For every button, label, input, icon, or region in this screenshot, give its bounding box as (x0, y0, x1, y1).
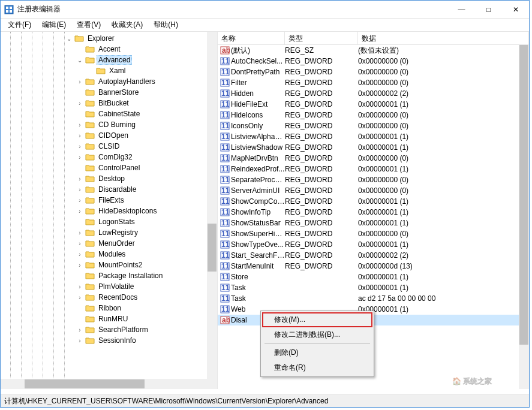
tree-item[interactable]: ›CD Burning (1, 119, 217, 130)
tree-item[interactable]: ›LowRegistry (1, 227, 217, 238)
menu-help[interactable]: 帮助(H) (149, 19, 183, 31)
tree-item[interactable]: ›BitBucket (1, 98, 217, 108)
registry-value-row[interactable]: 110ServerAdminUIREG_DWORD0x00000000 (0) (218, 185, 529, 196)
tree-toggle-icon[interactable]: ⌄ (65, 35, 73, 42)
tree-vertical-scrollbar[interactable] (207, 32, 217, 389)
close-button[interactable]: ✕ (502, 1, 529, 18)
registry-value-row[interactable]: 110Task0x00000001 (1) (218, 282, 529, 293)
tree-toggle-icon[interactable]: ⌄ (76, 57, 83, 64)
tree-item[interactable]: ›FileExts (1, 195, 217, 206)
registry-value-row[interactable]: 110ReindexedProf...REG_DWORD0x00000001 (… (218, 164, 529, 174)
tree-toggle-icon[interactable]: › (76, 262, 83, 269)
registry-value-row[interactable]: 110ShowStatusBarREG_DWORD0x00000001 (1) (218, 218, 529, 228)
tree-item[interactable]: Accent (1, 44, 217, 55)
tree-toggle-icon[interactable]: › (76, 100, 83, 107)
tree-toggle-icon[interactable]: › (76, 240, 83, 247)
context-rename[interactable]: 重命名(R) (262, 360, 372, 375)
tree-item[interactable]: BannerStore (1, 87, 217, 98)
maximize-button[interactable]: □ (475, 1, 502, 18)
value-data: 0x00000000 (0) (358, 68, 529, 76)
list-vertical-scrollbar[interactable] (519, 45, 529, 389)
tree-toggle-icon[interactable]: › (76, 79, 83, 85)
tree-item[interactable]: Xaml (1, 65, 217, 76)
registry-value-row[interactable]: 110Taskac d2 17 5a 00 00 00 00 (218, 293, 529, 304)
registry-value-row[interactable]: 110IconsOnlyREG_DWORD0x00000000 (0) (218, 120, 529, 131)
tree-item[interactable]: ›SessionInfo (1, 335, 217, 346)
registry-value-row[interactable]: 110ListviewAlphaS...REG_DWORD0x00000001 … (218, 131, 529, 142)
registry-value-row[interactable]: 110ShowCompCol...REG_DWORD0x00000001 (1) (218, 196, 529, 207)
registry-value-row[interactable]: 110FilterREG_DWORD0x00000000 (0) (218, 77, 529, 88)
tree-toggle-icon[interactable]: › (76, 230, 83, 236)
tree-item[interactable]: ›SearchPlatform (1, 324, 217, 335)
menu-edit[interactable]: 编辑(E) (37, 19, 71, 31)
tree-horizontal-scrollbar[interactable] (1, 379, 207, 389)
tree-toggle-icon[interactable]: › (76, 176, 83, 182)
tree-item[interactable]: ⌄Explorer (1, 33, 217, 44)
tree-toggle-icon[interactable]: › (76, 251, 83, 258)
registry-value-row[interactable]: 110ShowTypeOve...REG_DWORD0x00000001 (1) (218, 239, 529, 250)
registry-value-row[interactable]: 110AutoCheckSel...REG_DWORD0x00000000 (0… (218, 56, 529, 67)
tree-item[interactable]: ›Discardable (1, 184, 217, 195)
value-data: ac d2 17 5a 00 00 00 00 (358, 294, 529, 303)
registry-value-row[interactable]: 110ListviewShadowREG_DWORD0x00000001 (1) (218, 142, 529, 153)
folder-icon (85, 261, 95, 269)
registry-value-row[interactable]: ab(默认)REG_SZ(数值未设置) (218, 45, 529, 56)
registry-value-row[interactable]: 110HideIconsREG_DWORD0x00000000 (0) (218, 110, 529, 120)
tree-item[interactable]: ›HideDesktopIcons (1, 206, 217, 216)
registry-value-row[interactable]: 110DontPrettyPathREG_DWORD0x00000000 (0) (218, 67, 529, 77)
tree-item[interactable]: ›Modules (1, 249, 217, 260)
tree-item[interactable]: ›Desktop (1, 173, 217, 184)
tree-toggle-icon[interactable]: › (76, 154, 83, 161)
registry-value-row[interactable]: 110Start_SearchFil...REG_DWORD0x00000002… (218, 250, 529, 261)
tree-toggle-icon[interactable]: › (76, 143, 83, 150)
column-header-type[interactable]: 类型 (285, 32, 358, 44)
tree-toggle-icon[interactable]: › (76, 294, 83, 301)
tree-toggle-icon[interactable]: › (76, 284, 83, 290)
tree-item[interactable]: ›CIDOpen (1, 130, 217, 141)
minimize-button[interactable]: — (448, 1, 475, 18)
svg-rect-2 (10, 7, 12, 9)
registry-value-row[interactable]: 110HideFileExtREG_DWORD0x00000001 (1) (218, 99, 529, 110)
tree-item[interactable]: ›CLSID (1, 141, 217, 152)
tree-toggle-icon[interactable]: › (76, 132, 83, 139)
dword-value-icon: 110 (220, 175, 230, 185)
tree-item[interactable]: CabinetState (1, 108, 217, 119)
tree-item[interactable]: Package Installation (1, 270, 217, 281)
folder-icon (74, 34, 84, 43)
tree-item[interactable]: ›AutoplayHandlers (1, 76, 217, 87)
tree-item[interactable]: ›MenuOrder (1, 238, 217, 249)
tree-item[interactable]: ›ComDlg32 (1, 152, 217, 162)
tree-toggle-icon[interactable]: › (76, 122, 83, 128)
registry-value-row[interactable]: 110Store0x00000001 (1) (218, 272, 529, 282)
tree-toggle-icon[interactable]: › (76, 186, 83, 193)
tree-item[interactable]: RunMRU (1, 313, 217, 324)
menu-view[interactable]: 查看(V) (72, 19, 106, 31)
tree-item[interactable]: ›MountPoints2 (1, 260, 217, 270)
registry-value-row[interactable]: 110ShowInfoTipREG_DWORD0x00000001 (1) (218, 207, 529, 218)
svg-text:110: 110 (221, 57, 230, 65)
tree-item[interactable]: Ribbon (1, 303, 217, 313)
tree-item[interactable]: ›RecentDocs (1, 292, 217, 303)
tree-item[interactable]: ›PlmVolatile (1, 281, 217, 292)
statusbar: 计算机\HKEY_CURRENT_USER\SOFTWARE\Microsoft… (1, 394, 529, 407)
context-modify[interactable]: 修改(M)... (262, 312, 372, 327)
context-delete[interactable]: 删除(D) (262, 345, 372, 360)
tree-toggle-icon[interactable]: › (76, 208, 83, 215)
registry-value-row[interactable]: 110ShowSuperHid...REG_DWORD0x00000000 (0… (218, 228, 529, 239)
tree-item[interactable]: LogonStats (1, 216, 217, 227)
registry-value-row[interactable]: 110HiddenREG_DWORD0x00000002 (2) (218, 88, 529, 99)
registry-value-row[interactable]: 110MapNetDrvBtnREG_DWORD0x00000000 (0) (218, 153, 529, 164)
tree-toggle-icon[interactable]: › (76, 197, 83, 204)
context-modify-binary[interactable]: 修改二进制数据(B)... (262, 327, 372, 342)
column-header-name[interactable]: 名称 (218, 32, 285, 44)
registry-value-row[interactable]: 110StartMenuInitREG_DWORD0x0000000d (13) (218, 261, 529, 272)
column-header-data[interactable]: 数据 (358, 32, 529, 44)
tree-toggle-icon[interactable]: › (76, 337, 83, 344)
tree-item[interactable]: ⌄Advanced (1, 55, 217, 65)
menu-file[interactable]: 文件(F) (3, 19, 36, 31)
tree-item[interactable]: ControlPanel (1, 162, 217, 173)
titlebar[interactable]: 注册表编辑器 — □ ✕ (1, 1, 529, 19)
tree-toggle-icon[interactable]: › (76, 327, 83, 333)
registry-value-row[interactable]: 110SeparateProce...REG_DWORD0x00000000 (… (218, 174, 529, 185)
menu-favorites[interactable]: 收藏夹(A) (107, 19, 148, 31)
